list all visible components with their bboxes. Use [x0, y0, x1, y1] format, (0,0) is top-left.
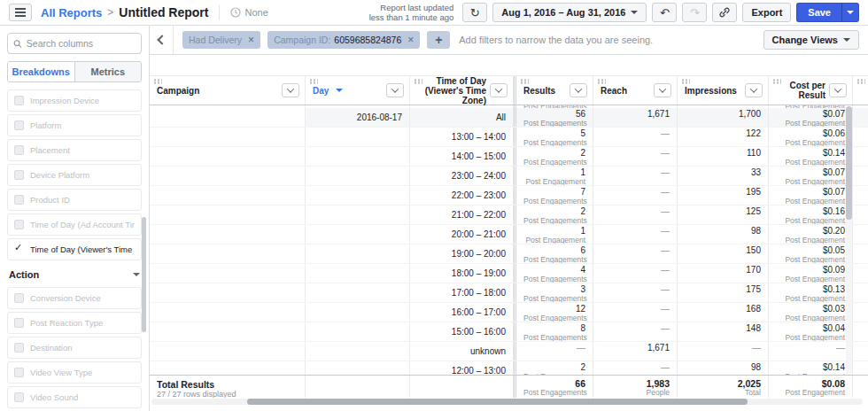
- sidebar-scrollbar[interactable]: [142, 217, 146, 332]
- column-header-reach[interactable]: Reach: [593, 76, 678, 105]
- checkbox[interactable]: [14, 343, 24, 353]
- cell-campaign: [150, 128, 306, 146]
- search-input[interactable]: [27, 38, 136, 49]
- checkbox[interactable]: [14, 145, 24, 155]
- change-views-button[interactable]: Change Views: [763, 30, 859, 50]
- save-button[interactable]: Save: [796, 3, 841, 22]
- table-row[interactable]: 16:00 – 17:00 12Post Engagements — 168 $…: [150, 303, 868, 322]
- table-row[interactable]: 12:00 – 13:00 2Post Engagements — 98 $0.…: [150, 361, 868, 375]
- date-range-button[interactable]: Aug 1, 2016 – Aug 31, 2016: [492, 3, 647, 22]
- sidebar-breakdown-item[interactable]: Time of Day (Viewer's Time Zo...: [7, 238, 142, 260]
- close-icon[interactable]: ×: [407, 34, 414, 46]
- filter-chip-had-delivery[interactable]: Had Delivery ×: [182, 31, 260, 49]
- drag-handle-icon[interactable]: [681, 79, 690, 84]
- column-header-results[interactable]: Results: [514, 76, 593, 105]
- table-row[interactable]: 21:00 – 22:00 2Post Engagements — 125 $0…: [150, 206, 868, 225]
- cell-impressions: 1,700: [678, 108, 769, 127]
- sidebar-breakdown-item[interactable]: Video View Type: [7, 361, 142, 384]
- cell-time-of-day: 20:00 – 21:00: [410, 225, 514, 244]
- collapse-sidebar-chevron[interactable]: [157, 35, 167, 44]
- table-row[interactable]: 13:00 – 14:00 5Post Engagements — 122 $0…: [150, 128, 868, 147]
- cell-day: [306, 128, 410, 146]
- table-row[interactable]: 14:00 – 15:00 2Post Engagements — 110 $0…: [150, 147, 868, 167]
- sidebar-breakdown-item[interactable]: Impression Device: [7, 89, 142, 112]
- column-menu-button[interactable]: [570, 83, 587, 97]
- close-icon[interactable]: ×: [248, 34, 254, 46]
- undo-button[interactable]: ↶: [652, 3, 677, 22]
- table-row[interactable]: 18:00 – 19:00 4Post Engagements — 170 $0…: [150, 264, 868, 283]
- tab-metrics[interactable]: Metrics: [74, 62, 142, 81]
- sidebar-breakdown-item[interactable]: Device Platform: [7, 164, 142, 186]
- drag-handle-icon[interactable]: [309, 79, 318, 84]
- drag-handle-icon[interactable]: [414, 79, 422, 84]
- sidebar-breakdown-item[interactable]: Platform: [7, 114, 142, 136]
- drag-handle-icon[interactable]: [520, 79, 529, 84]
- redo-button[interactable]: ↷: [682, 3, 707, 22]
- cell-cost-per-result: $0.05Post Engagement: [769, 244, 853, 263]
- column-header-impressions[interactable]: Impressions: [678, 76, 769, 105]
- column-menu-button[interactable]: [490, 83, 508, 97]
- checkbox[interactable]: [14, 392, 24, 402]
- table-row[interactable]: 19:00 – 20:00 6Post Engagements — 150 $0…: [150, 244, 868, 264]
- breadcrumb-all-reports-link[interactable]: All Reports: [41, 6, 102, 19]
- cell-extra: [853, 128, 868, 146]
- cell-day: [306, 322, 410, 341]
- cell-impressions: 33: [678, 167, 769, 185]
- share-link-button[interactable]: [712, 3, 737, 22]
- table-row[interactable]: 2016-08-17 All 56Post Engagements 1,671 …: [150, 108, 868, 128]
- column-header-extra[interactable]: [853, 76, 868, 105]
- checkbox[interactable]: [14, 244, 24, 254]
- tab-breakdowns[interactable]: Breakdowns: [8, 62, 74, 81]
- drag-handle-icon[interactable]: [597, 79, 606, 84]
- column-menu-button[interactable]: [654, 83, 671, 97]
- column-header-cost-per-result[interactable]: Cost per Result: [769, 76, 853, 105]
- checkbox[interactable]: [14, 318, 24, 328]
- column-header-time-of-day[interactable]: Time of Day (Viewer's Time Zone): [410, 76, 514, 105]
- sidebar-breakdown-item[interactable]: Conversion Device: [7, 287, 142, 309]
- column-menu-button[interactable]: [745, 83, 763, 97]
- horizontal-scrollbar[interactable]: [151, 399, 863, 405]
- column-menu-button[interactable]: [829, 83, 847, 97]
- filter-chip-campaign-id[interactable]: Campaign ID: 6059685824876 ×: [267, 31, 420, 49]
- add-filter-button[interactable]: +: [427, 31, 450, 49]
- checkbox[interactable]: [14, 368, 24, 377]
- sidebar-breakdown-item[interactable]: Video Sound: [7, 386, 142, 408]
- table-row[interactable]: 15:00 – 16:00 8Post Engagements — 148 $0…: [150, 322, 868, 342]
- schedule-control[interactable]: None: [219, 4, 267, 20]
- table-row[interactable]: unknown — 1,671 — —: [150, 342, 868, 361]
- sidebar-breakdown-item[interactable]: Destination: [7, 337, 142, 359]
- checkbox[interactable]: [14, 293, 24, 303]
- checkbox[interactable]: [14, 96, 24, 105]
- sidebar-breakdown-item[interactable]: Placement: [7, 139, 142, 161]
- table-row[interactable]: 17:00 – 18:00 3Post Engagements — 175 $0…: [150, 283, 868, 303]
- checkbox[interactable]: [14, 170, 24, 180]
- checkbox[interactable]: [14, 120, 24, 130]
- export-button[interactable]: Export: [742, 3, 791, 22]
- sidebar-breakdown-item[interactable]: Time of Day (Ad Account Time...: [7, 213, 142, 236]
- refresh-button[interactable]: ↻: [462, 3, 487, 22]
- column-header-day[interactable]: Day: [306, 76, 410, 105]
- vertical-scrollbar-thumb[interactable]: [846, 106, 852, 220]
- report-title[interactable]: Untitled Report: [119, 5, 208, 19]
- sidebar-breakdown-item[interactable]: Post Reaction Type: [7, 312, 142, 334]
- table-row[interactable]: 23:00 – 24:00 1Post Engagement — 33 $0.0…: [150, 167, 868, 186]
- column-menu-button[interactable]: [386, 83, 404, 97]
- column-header-campaign[interactable]: Campaign: [150, 76, 306, 105]
- action-section-header[interactable]: Action: [9, 269, 140, 280]
- table-row[interactable]: 20:00 – 21:00 1Post Engagement — 98 $0.2…: [150, 225, 868, 244]
- cell-impressions: —: [678, 342, 769, 361]
- sidebar-breakdown-item[interactable]: Product ID: [7, 189, 142, 211]
- search-columns-box[interactable]: [7, 33, 142, 54]
- table-row[interactable]: 22:00 – 23:00 7Post Engagements — 195 $0…: [150, 186, 868, 206]
- drag-handle-icon[interactable]: [772, 79, 781, 84]
- checkbox[interactable]: [14, 195, 24, 205]
- hamburger-menu-button[interactable]: [9, 4, 32, 21]
- report-table: Campaign Day Time of Day (Viewer's Time …: [150, 75, 868, 411]
- drag-handle-icon[interactable]: [153, 79, 162, 84]
- column-menu-button[interactable]: [282, 83, 299, 97]
- drag-handle-icon[interactable]: [856, 79, 865, 84]
- save-dropdown-button[interactable]: [841, 3, 859, 22]
- checkbox[interactable]: [14, 220, 24, 229]
- horizontal-scrollbar-thumb[interactable]: [247, 399, 748, 405]
- vertical-scrollbar[interactable]: [846, 106, 852, 375]
